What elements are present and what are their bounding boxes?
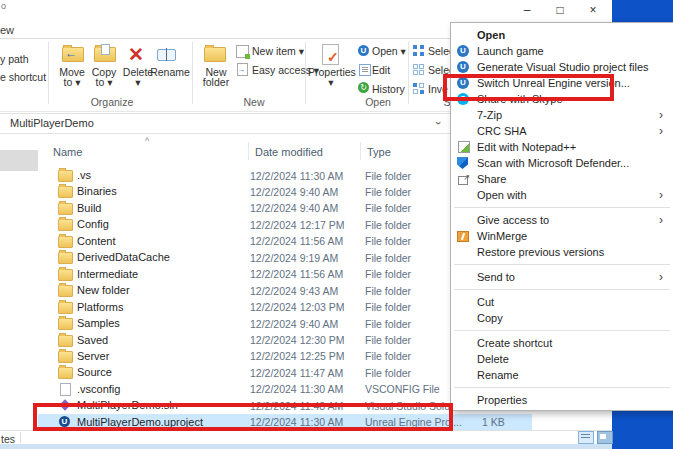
properties-check-icon: ✓ (327, 49, 339, 65)
close-button[interactable]: × (580, 0, 606, 20)
menu-item-delete[interactable]: Delete (451, 351, 673, 367)
menu-item-properties[interactable]: Properties (451, 392, 673, 408)
menu-item-open-with[interactable]: Open with› (451, 187, 673, 203)
ribbon-group-divider (408, 42, 409, 104)
file-type: VSCONFIG File (365, 383, 440, 395)
paste-shortcut-button-fragment[interactable]: e shortcut (0, 71, 46, 83)
select-all-icon (413, 45, 424, 56)
edit-button[interactable]: Edit (372, 64, 390, 76)
details-view-button[interactable] (578, 431, 594, 444)
menu-item-cut[interactable]: Cut (451, 294, 673, 310)
delete-icon[interactable]: ✕ (128, 45, 144, 64)
file-name: Intermediate (77, 268, 138, 280)
file-type: File folder (365, 235, 411, 247)
menu-separator (454, 330, 670, 331)
file-date-modified: 12/2/2024 12:30 PM (250, 334, 345, 346)
menu-item-label: Properties (477, 394, 527, 406)
menu-item-label: Copy (477, 312, 503, 324)
file-name: Source (77, 366, 112, 378)
large-icons-view-button[interactable] (597, 431, 613, 444)
menu-item-launch-game[interactable]: ULaunch game (451, 43, 673, 59)
file-date-modified: 12/2/2024 9:40 AM (250, 318, 338, 330)
submenu-arrow-icon: › (659, 187, 663, 203)
menu-item-label: Generate Visual Studio project files (477, 61, 649, 73)
menu-item-7-zip[interactable]: 7-Zip› (451, 107, 673, 123)
file-type: File folder (365, 268, 411, 280)
menu-item-edit-with-notepad[interactable]: Edit with Notepad++ (451, 139, 673, 155)
file-type: File folder (365, 202, 411, 214)
menu-item-share[interactable]: Share (451, 171, 673, 187)
move-to-label[interactable]: Moveto ▾ (54, 67, 90, 87)
file-name: Server (77, 350, 109, 362)
sort-ascending-icon: ^ (145, 136, 149, 146)
column-header-type[interactable]: Type (367, 146, 391, 158)
file-date-modified: 12/2/2024 11:30 AM (250, 383, 343, 395)
file-date-modified: 12/2/2024 11:30 AM (250, 170, 343, 182)
copy-to-label[interactable]: Copyto ▾ (88, 67, 120, 87)
menu-item-label: Send to (477, 271, 515, 283)
open-button[interactable]: Open ▾ (372, 45, 406, 57)
nav-pane-selected-item[interactable] (0, 150, 38, 171)
file-name: Saved (77, 334, 108, 346)
window-title-fragment: o (1, 1, 6, 11)
annotation-box-uproject-row (33, 403, 453, 431)
menu-item-winmerge[interactable]: WinMerge (451, 228, 673, 244)
address-dropdown-chevron-icon[interactable]: › (433, 121, 445, 125)
file-name: .vs (77, 169, 91, 181)
file-icon (60, 383, 71, 396)
unreal-icon: U (358, 45, 369, 56)
history-button[interactable]: History (372, 83, 405, 95)
tab-view-fragment[interactable]: ew (0, 24, 14, 36)
annotation-box-switch-unreal-engine-version (443, 74, 614, 101)
file-size: 1 KB (482, 416, 505, 428)
menu-item-crc-sha[interactable]: CRC SHA› (451, 123, 673, 139)
submenu-arrow-icon: › (659, 107, 663, 123)
menu-item-give-access-to[interactable]: Give access to› (451, 212, 673, 228)
file-date-modified: 12/2/2024 11:56 AM (250, 235, 343, 247)
move-to-button[interactable]: ← (62, 47, 84, 62)
folder-icon (58, 351, 73, 363)
minimize-button[interactable]: – (514, 0, 540, 20)
select-none-icon (413, 64, 424, 75)
file-date-modified: 12/2/2024 11:56 AM (250, 268, 343, 280)
copy-to-button[interactable] (94, 47, 116, 62)
file-name: New folder (77, 284, 130, 296)
column-divider[interactable] (248, 142, 249, 160)
menu-separator (454, 289, 670, 290)
menu-item-copy[interactable]: Copy (451, 310, 673, 326)
column-divider[interactable] (360, 142, 361, 160)
file-type: File folder (365, 350, 411, 362)
menu-item-rename[interactable]: Rename (451, 367, 673, 383)
file-name: DerivedDataCache (77, 251, 170, 263)
file-name: Build (77, 202, 101, 214)
menu-item-restore-previous-versions[interactable]: Restore previous versions (451, 244, 673, 260)
file-date-modified: 12/2/2024 9:43 AM (250, 285, 338, 297)
file-type: File folder (365, 285, 411, 297)
menu-item-generate-visual-studio-project-files[interactable]: UGenerate Visual Studio project files (451, 59, 673, 75)
menu-item-create-shortcut[interactable]: Create shortcut (451, 335, 673, 351)
copy-path-button-fragment[interactable]: y path (0, 53, 29, 65)
properties-label[interactable]: Properties▾ (308, 67, 354, 87)
rename-label[interactable]: Rename (150, 67, 190, 77)
menu-item-open[interactable]: Open (451, 27, 673, 43)
menu-item-label: 7-Zip (477, 109, 502, 121)
menu-item-label: Open with (477, 189, 527, 201)
column-header-name[interactable]: Name (53, 146, 82, 158)
folder-icon (58, 170, 73, 182)
file-type: File folder (365, 301, 411, 313)
menu-item-scan-with-microsoft-defender[interactable]: Scan with Microsoft Defender... (451, 155, 673, 171)
submenu-arrow-icon: › (659, 269, 663, 285)
address-bar[interactable]: MultiPlayerDemo (10, 117, 94, 129)
folder-icon (58, 186, 73, 198)
new-folder-label[interactable]: Newfolder (196, 67, 236, 87)
folder-icon (58, 318, 73, 330)
maximize-button[interactable]: □ (547, 0, 573, 20)
new-item-icon (236, 45, 249, 58)
notepadpp-icon (458, 141, 470, 153)
history-icon: ↻ (358, 82, 369, 93)
menu-item-send-to[interactable]: Send to› (451, 269, 673, 285)
new-item-button[interactable]: New item ▾ (252, 45, 304, 57)
rename-icon[interactable] (157, 49, 176, 61)
new-folder-icon[interactable] (204, 47, 226, 62)
column-header-date-modified[interactable]: Date modified (255, 146, 323, 158)
